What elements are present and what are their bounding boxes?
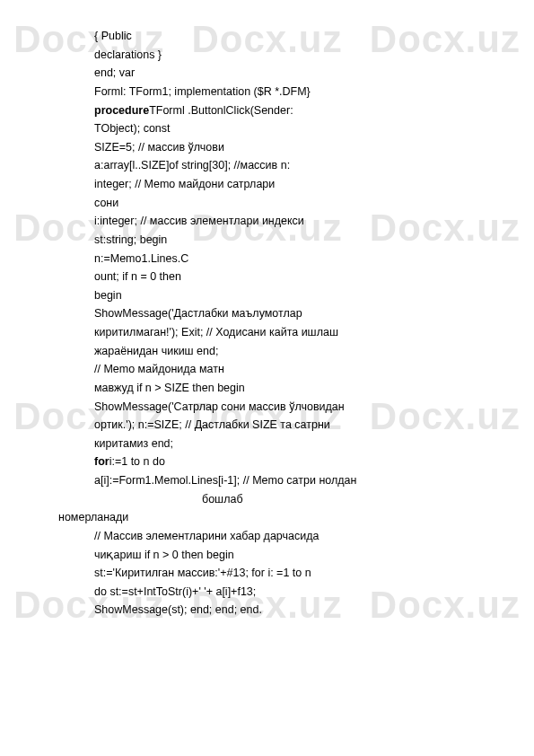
code-line: end; var <box>94 64 480 83</box>
code-line: ShowMessage('Сатрлар сони массив ўлчовид… <box>94 398 480 417</box>
code-line: procedureTForml .ButtonlClick(Sender: <box>94 101 480 120</box>
code-line: TObject); const <box>94 119 480 138</box>
code-line: fori:=1 to n do <box>94 453 480 471</box>
code-fragment: a[i]+f13; <box>215 585 256 598</box>
code-line: do st:=st+IntToStr(i)+' '+ a[i]+f13; <box>94 583 480 602</box>
code-fragment: '+ <box>204 585 213 598</box>
code-line: st:='Киритилган массив:'+#13; for i: =1 … <box>94 564 480 583</box>
code-line: сони <box>94 194 480 213</box>
code-line: // Memo майдонида матн <box>94 360 480 379</box>
code-line: киритамиз end; <box>94 435 480 453</box>
code-line: SIZE=5; // массив ўлчови <box>94 138 480 157</box>
code-line: // Массив элементларини хабар дарчасида <box>94 527 480 546</box>
code-line: begin <box>94 286 480 305</box>
code-line: integer; // Memo майдони сатрлари <box>94 175 480 194</box>
code-line: номерланади <box>58 508 480 527</box>
code-fragment: do <box>94 585 107 598</box>
code-line: declarations } <box>94 46 480 65</box>
code-line: Forml: TForm1; implementation ($R *.DFM} <box>94 83 480 101</box>
code-line: бошлаб <box>94 490 480 509</box>
code-line: ортик.'); n:=SIZE; // Дастлабки SIZE та … <box>94 416 480 435</box>
code-line: мавжуд if n > SIZE then begin <box>94 379 480 398</box>
code-fragment: a[i]:=Form1.Memol.Lines[i-1]; <box>94 474 240 487</box>
code-line: киритилмаган!'); Exit; // Ходисани кайта… <box>94 323 480 342</box>
code-line: st:string; begin <box>94 231 480 250</box>
code-fragment: // <box>243 474 249 487</box>
code-line: ShowMessage('Дастлабки маълумотлар <box>94 304 480 323</box>
document-body: { Public declarations } end; var Forml: … <box>94 27 480 620</box>
code-line: ShowMessage(st); end; end; end. <box>94 601 480 620</box>
code-line: a:array[l..SIZE]of string[30]; //массив … <box>94 156 480 175</box>
code-line: i:integer; // массив элементлари индекси <box>94 212 480 231</box>
code-line: { Public <box>94 27 480 46</box>
code-fragment: сатри <box>286 474 316 487</box>
code-line: ount; if n = 0 then <box>94 268 480 286</box>
code-line: a[i]:=Form1.Memol.Lines[i-1]; // Memo са… <box>94 471 480 490</box>
code-line: n:=Memo1.Lines.C <box>94 250 480 268</box>
code-line: чиқариш if n > 0 then begin <box>94 546 480 565</box>
code-fragment: Memo <box>252 474 284 487</box>
code-fragment: st:=st+IntToStr(i)+' <box>109 585 200 598</box>
code-fragment: нолдан <box>319 474 356 487</box>
code-line: жараёнидан чикиш end; <box>94 342 480 361</box>
